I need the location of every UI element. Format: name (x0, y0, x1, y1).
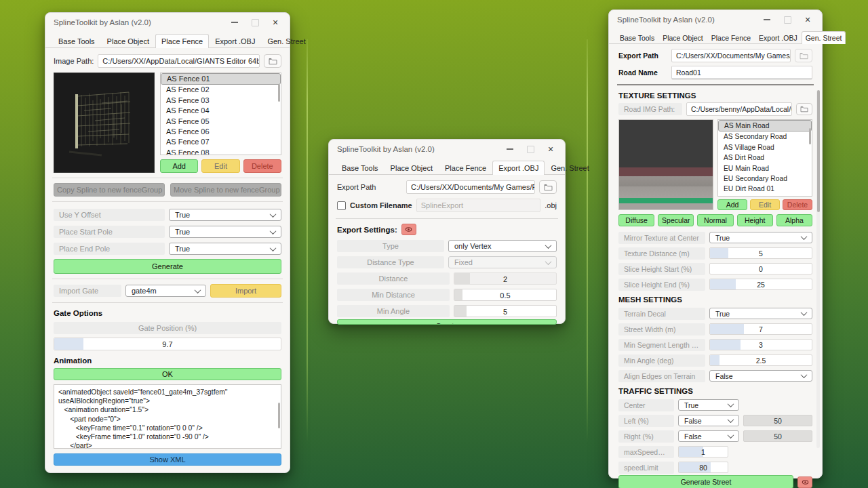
alpha-map-button[interactable]: Alpha (776, 214, 812, 226)
tab-place-fence[interactable]: Place Fence (707, 31, 755, 44)
add-fence-button[interactable]: Add (160, 159, 198, 173)
import-gate-button[interactable]: Import (210, 284, 281, 298)
preview-toggle-button[interactable] (401, 224, 416, 235)
generate-button[interactable]: Generate (54, 259, 281, 274)
delete-fence-button[interactable]: Delete (243, 159, 281, 173)
fence-list-item[interactable]: AS Fence 06 (161, 127, 281, 137)
gate-position-input[interactable]: 9.7 (54, 338, 281, 350)
texture-distance-input[interactable]: 5 (709, 247, 812, 259)
max-speed-scale-input[interactable]: 1 (678, 446, 728, 458)
tab-place-object[interactable]: Place Object (658, 31, 707, 44)
preview-toggle-button[interactable] (797, 476, 812, 488)
move-spline-button[interactable]: Move Spline to new fenceGroup (170, 183, 281, 197)
browse-export-path-button[interactable] (795, 49, 812, 62)
height-map-button[interactable]: Height (737, 214, 773, 226)
min-angle-input[interactable]: 5 (454, 305, 557, 317)
tab-place-object[interactable]: Place Object (384, 161, 439, 175)
tab-export-obj[interactable]: Export .OBJ (755, 31, 802, 44)
close-button[interactable]: × (797, 12, 818, 28)
xml-output-box[interactable]: <animatedObject saveId="fence01_gate4m_3… (54, 384, 281, 449)
min-segment-length-input[interactable]: 3 (709, 339, 812, 350)
panel-scrollbar-track[interactable] (816, 90, 820, 448)
panel-scrollbar-thumb[interactable] (817, 90, 820, 212)
list-scrollbar[interactable] (809, 128, 812, 144)
fence-list-item[interactable]: AS Fence 01 (161, 74, 280, 84)
road-img-path-input[interactable]: C:/Users/benny/AppData/Local/GIANTS Edi (686, 102, 792, 116)
create-button[interactable]: Create (337, 319, 557, 325)
slice-height-end-input[interactable]: 25 (709, 279, 812, 290)
maximize-button[interactable] (245, 14, 265, 30)
terrain-decal-dropdown[interactable]: True (709, 308, 812, 319)
show-xml-button[interactable]: Show XML (54, 453, 281, 466)
close-button[interactable]: × (540, 141, 561, 157)
fence-list-item[interactable]: AS Fence 03 (161, 96, 281, 106)
filename-input[interactable]: SplineExport (416, 199, 541, 212)
distance-type-dropdown[interactable]: Fixed (448, 256, 557, 268)
add-road-button[interactable]: Add (717, 199, 747, 210)
tab-export-obj[interactable]: Export .OBJ (492, 161, 545, 175)
tab-gen-street[interactable]: Gen. Street (802, 31, 846, 44)
diffuse-map-button[interactable]: Diffuse (618, 214, 654, 226)
tab-place-object[interactable]: Place Object (101, 34, 155, 48)
tab-base-tools[interactable]: Base Tools (336, 161, 384, 175)
custom-filename-checkbox[interactable] (337, 201, 346, 210)
browse-export-path-button[interactable] (539, 180, 557, 194)
browse-road-img-button[interactable] (796, 103, 812, 115)
maximize-button[interactable] (777, 12, 797, 28)
titlebar[interactable]: SplineToolkit by Aslan (v2.0) × (45, 13, 290, 32)
titlebar[interactable]: SplineToolkit by Aslan (v2.0) × (609, 10, 822, 29)
fence-list-item[interactable]: AS Fence 04 (161, 106, 281, 116)
generate-street-button[interactable]: Generate Street (618, 475, 793, 488)
browse-image-path-button[interactable] (264, 54, 281, 68)
min-angle-input[interactable]: 2.5 (709, 354, 812, 366)
place-start-pole-dropdown[interactable]: True (169, 226, 281, 238)
xml-scrollbar[interactable] (278, 403, 281, 428)
fence-list-item[interactable]: AS Fence 02 (161, 85, 281, 95)
normal-map-button[interactable]: Normal (697, 214, 733, 226)
minimize-button[interactable] (224, 14, 245, 30)
slice-height-start-input[interactable]: 0 (709, 263, 812, 274)
fence-list-item[interactable]: AS Fence 05 (161, 117, 281, 127)
edit-fence-button[interactable]: Edit (201, 159, 239, 173)
road-list-item[interactable]: EU Secondary Road (718, 174, 812, 184)
street-width-input[interactable]: 7 (709, 323, 812, 335)
road-list-item[interactable]: EU Main Road (718, 163, 812, 174)
road-list-item[interactable]: AS Village Road (718, 142, 812, 152)
gate-dropdown[interactable]: gate4m (125, 285, 206, 297)
tab-place-fence[interactable]: Place Fence (155, 34, 209, 48)
copy-spline-button[interactable]: Copy Spline to new fenceGroup (54, 183, 165, 197)
close-button[interactable]: × (265, 14, 285, 30)
minimize-button[interactable] (757, 12, 777, 28)
tab-gen-street[interactable]: Gen. Street (545, 161, 595, 175)
tab-place-fence[interactable]: Place Fence (439, 161, 492, 175)
edit-road-button[interactable]: Edit (750, 199, 780, 210)
delete-road-button[interactable]: Delete (783, 199, 812, 210)
left-percent-dropdown[interactable]: False (678, 415, 739, 426)
tab-base-tools[interactable]: Base Tools (52, 34, 101, 48)
type-dropdown[interactable]: only Vertex (448, 240, 557, 252)
use-y-offset-dropdown[interactable]: True (169, 209, 281, 221)
road-list-item[interactable]: EU Dirt Road 02 (718, 195, 812, 197)
place-end-pole-dropdown[interactable]: True (169, 243, 281, 255)
mirror-texture-dropdown[interactable]: True (709, 232, 812, 243)
titlebar[interactable]: SplineToolkit by Aslan (v2.0) × (329, 140, 565, 159)
list-scrollbar[interactable] (278, 84, 281, 102)
specular-map-button[interactable]: Specular (658, 214, 694, 226)
road-name-input[interactable]: Road01 (671, 66, 812, 79)
fence-list-item[interactable]: AS Fence 08 (161, 148, 281, 155)
road-list-item[interactable]: AS Main Road (719, 121, 811, 131)
align-edges-dropdown[interactable]: False (709, 370, 812, 382)
road-list-item[interactable]: AS Secondary Road (718, 131, 812, 142)
road-list-item[interactable]: EU Dirt Road 01 (718, 184, 812, 194)
tab-gen-street[interactable]: Gen. Street (261, 34, 311, 48)
road-list-item[interactable]: AS Dirt Road (718, 152, 812, 163)
fence-list-item[interactable]: AS Fence 07 (161, 137, 281, 147)
tab-export-obj[interactable]: Export .OBJ (209, 34, 261, 48)
center-dropdown[interactable]: True (678, 399, 739, 411)
speed-limit-input[interactable]: 80 (678, 462, 728, 473)
right-percent-dropdown[interactable]: False (678, 430, 739, 442)
distance-input[interactable]: 2 (454, 272, 557, 285)
minimize-button[interactable] (500, 141, 520, 157)
image-path-input[interactable]: C:/Users/XX/AppData/Local/GIANTS Editor … (98, 54, 260, 68)
export-path-input[interactable]: C:/Users/XX/Documents/My Games/FarmingSi… (671, 49, 791, 62)
